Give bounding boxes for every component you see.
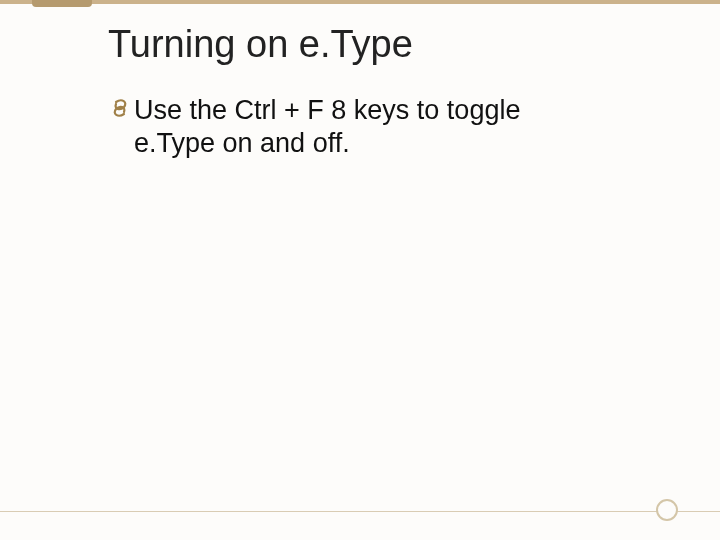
bullet-text: Use the Ctrl + F 8 keys to toggle e.Type…: [134, 94, 608, 160]
slide-title: Turning on e.Type: [108, 22, 413, 66]
slide: Turning on e.Type Use the Ctrl + F 8 key…: [0, 0, 720, 540]
bullet-item: Use the Ctrl + F 8 keys to toggle e.Type…: [108, 94, 608, 160]
top-accent-bar: [0, 0, 720, 4]
bullet-swirl-icon: [108, 96, 132, 126]
bottom-divider: [0, 511, 720, 512]
slide-body: Use the Ctrl + F 8 keys to toggle e.Type…: [108, 94, 608, 160]
top-accent-tab: [32, 0, 92, 7]
bottom-divider-circle-icon: [656, 499, 678, 521]
